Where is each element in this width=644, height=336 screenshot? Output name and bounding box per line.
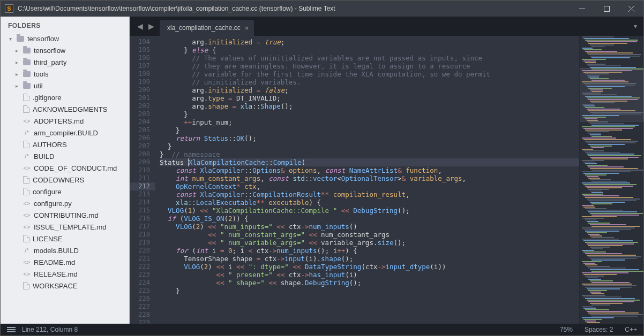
svg-rect-1 (604, 6, 609, 11)
tree-label: arm_compiler.BUILD (34, 129, 98, 137)
tree-label: util (34, 82, 43, 90)
tree-file[interactable]: LICENSE (5, 233, 125, 245)
folder-icon (23, 48, 31, 54)
tree-file[interactable]: ACKNOWLEDGMENTS (5, 103, 125, 115)
sidebar: FOLDERS ▾ tensorflow ▸tensorflow▸third_p… (1, 17, 130, 324)
menu-icon[interactable] (7, 327, 16, 332)
tree-label: AUTHORS (33, 141, 67, 149)
tree-file[interactable]: configure (5, 186, 125, 197)
tree-file[interactable]: <>CODE_OF_CONDUCT.md (5, 162, 125, 174)
file-type-icon: <> (23, 165, 31, 171)
nav-forward-icon[interactable]: ▶ (146, 21, 156, 32)
tree-label: CONTRIBUTING.md (34, 211, 99, 219)
editor-area: ◀ ▶ xla_compilation_cache.cc × ▾ 1941951… (130, 17, 643, 324)
minimap-viewport[interactable] (580, 68, 643, 121)
file-icon (23, 141, 29, 148)
tree-root[interactable]: ▾ tensorflow (5, 33, 125, 44)
tree-folder[interactable]: ▸util (5, 80, 125, 91)
tree-label: BUILD (34, 152, 54, 161)
chevron-right-icon[interactable]: ▸ (16, 59, 21, 65)
file-icon (23, 176, 29, 184)
tree-file[interactable]: /*models.BUILD (5, 245, 125, 256)
tree-label: tools (34, 70, 48, 78)
chevron-right-icon[interactable]: ▸ (16, 71, 21, 77)
tab-close-icon[interactable]: × (245, 24, 249, 32)
tree-file[interactable]: <>ADOPTERS.md (5, 115, 125, 127)
tree-label: WORKSPACE (33, 282, 78, 290)
tree-label: tensorflow (34, 47, 65, 55)
line-gutter[interactable]: 1941951961971981992002012022032042052062… (130, 36, 155, 324)
tree-label: ADOPTERS.md (34, 117, 84, 125)
tree-label: .gitignore (33, 94, 61, 102)
tree-label: configure.py (34, 200, 72, 208)
tab-active[interactable]: xla_compilation_cache.cc × (160, 20, 254, 36)
file-type-icon: <> (23, 212, 31, 218)
chevron-down-icon[interactable]: ▾ (9, 36, 14, 42)
close-button[interactable] (619, 1, 643, 17)
tree-label: configure (33, 188, 61, 196)
chevron-right-icon[interactable]: ▸ (16, 48, 21, 54)
window-controls (570, 1, 643, 17)
file-icon (23, 94, 29, 101)
status-indent[interactable]: Spaces: 2 (585, 326, 613, 333)
folder-tree[interactable]: ▾ tensorflow ▸tensorflow▸third_party▸too… (1, 33, 129, 324)
tree-label: ACKNOWLEDGMENTS (33, 105, 107, 113)
tree-folder[interactable]: ▸third_party (5, 56, 125, 68)
tree-file[interactable]: <>configure.py (5, 197, 125, 209)
file-type-icon: <> (23, 259, 31, 265)
status-cursor[interactable]: Line 212, Column 8 (22, 326, 78, 333)
tree-label: README.md (34, 258, 75, 266)
folder-icon (17, 36, 24, 42)
tree-file[interactable]: CODEOWNERS (5, 174, 125, 186)
tree-file[interactable]: /*arm_compiler.BUILD (5, 127, 125, 139)
status-language[interactable]: C++ (625, 326, 637, 333)
sidebar-header: FOLDERS (1, 17, 129, 33)
tree-file[interactable]: <>CONTRIBUTING.md (5, 209, 125, 221)
tree-label: ISSUE_TEMPLATE.md (34, 223, 107, 231)
minimap[interactable] (579, 36, 643, 324)
file-type-icon: /* (23, 129, 31, 136)
tree-file[interactable]: <>README.md (5, 256, 125, 268)
tree-label: LICENSE (33, 235, 63, 243)
tree-file[interactable]: .gitignore (5, 91, 125, 103)
tree-label: RELEASE.md (34, 270, 78, 278)
tree-file[interactable]: /*BUILD (5, 150, 125, 162)
status-bar: Line 212, Column 8 75% Spaces: 2 C++ (1, 324, 643, 335)
folder-icon (23, 83, 31, 89)
file-icon (23, 105, 29, 113)
tree-file[interactable]: AUTHORS (5, 139, 125, 150)
maximize-button[interactable] (594, 1, 619, 17)
folder-icon (23, 59, 31, 65)
tab-label: xla_compilation_cache.cc (167, 24, 241, 32)
tree-label: CODE_OF_CONDUCT.md (34, 164, 117, 172)
app-icon: S (5, 4, 13, 13)
tree-label: third_party (34, 58, 66, 66)
file-icon (23, 235, 29, 242)
status-zoom[interactable]: 75% (560, 326, 573, 333)
minimize-button[interactable] (570, 1, 594, 17)
tree-folder[interactable]: ▸tensorflow (5, 44, 125, 56)
file-icon (23, 282, 29, 289)
tree-folder[interactable]: ▸tools (5, 68, 125, 80)
tree-file[interactable]: WORKSPACE (5, 280, 125, 292)
chevron-right-icon[interactable]: ▸ (16, 83, 21, 89)
tree-label: models.BUILD (34, 247, 79, 255)
file-type-icon: <> (23, 271, 31, 277)
tree-label: CODEOWNERS (33, 176, 84, 184)
file-type-icon: /* (23, 153, 31, 159)
tab-overflow-icon[interactable]: ▾ (627, 22, 643, 30)
tree-file[interactable]: <>ISSUE_TEMPLATE.md (5, 221, 125, 233)
file-type-icon: <> (23, 224, 31, 230)
file-type-icon: /* (23, 247, 31, 254)
file-icon (23, 188, 29, 195)
file-type-icon: <> (23, 118, 31, 124)
tab-bar: ◀ ▶ xla_compilation_cache.cc × ▾ (130, 17, 643, 36)
titlebar: S C:\Users\will\Documents\tensorflow\ten… (1, 1, 643, 17)
code-editor[interactable]: arg.initialized = true; } else { // The … (155, 36, 579, 324)
folder-icon (23, 71, 31, 77)
tree-file[interactable]: <>RELEASE.md (5, 268, 125, 280)
tree-label: tensorflow (27, 35, 59, 43)
window-title: C:\Users\will\Documents\tensorflow\tenso… (18, 5, 570, 12)
file-type-icon: <> (23, 200, 31, 207)
nav-back-icon[interactable]: ◀ (135, 21, 145, 32)
